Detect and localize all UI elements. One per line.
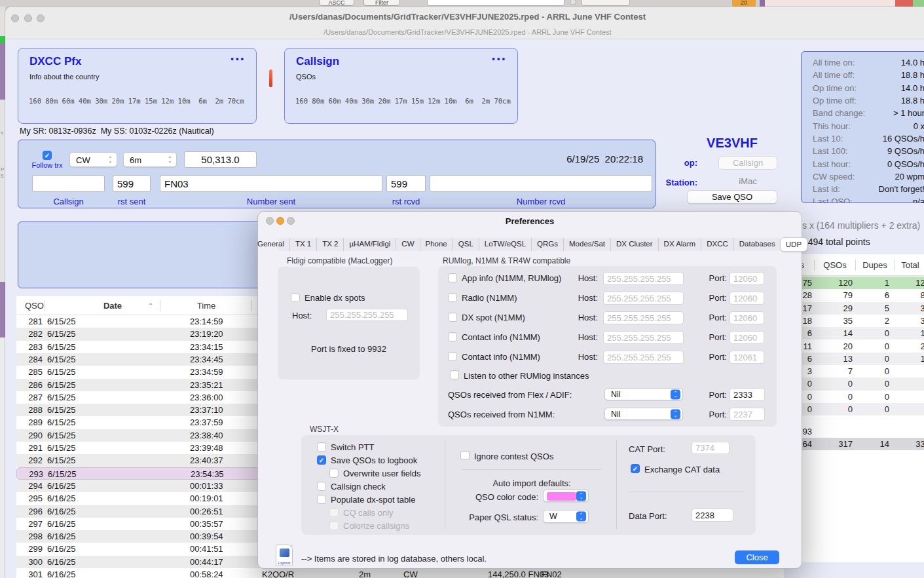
cq-calls-only-checkbox[interactable] — [329, 508, 339, 517]
dx-spot-n1mm-checkbox[interactable] — [448, 313, 457, 322]
rst-sent-input[interactable] — [113, 175, 151, 192]
contact-info-n1mm-checkbox[interactable] — [448, 332, 457, 341]
score-table-row[interactable]: 0000 — [789, 391, 924, 403]
score-table-row[interactable]: 613013 — [789, 353, 924, 365]
score-header-qsos[interactable]: QSOs — [817, 260, 853, 270]
n1mm-qsos-select[interactable]: Nil — [604, 408, 683, 420]
tab-tx-1[interactable]: TX 1 — [289, 238, 316, 251]
callsign-card[interactable]: Callsign ••• QSOs 160 80m 60m 40m 30m 20… — [284, 48, 518, 124]
log-header-time[interactable]: Time — [180, 301, 232, 311]
tab-qsl[interactable]: QSL — [453, 238, 479, 251]
number-sent-input[interactable] — [160, 175, 382, 192]
tab-dxcc[interactable]: DXCC — [701, 238, 733, 251]
score-cell-total: 0 — [894, 403, 924, 415]
tab-ham-fldigi[interactable]: µHAM/Fldigi — [343, 238, 396, 251]
score-table-row[interactable]: 1835237 — [789, 315, 924, 327]
score-cell-qsos: 7 — [815, 365, 853, 377]
host-input[interactable] — [603, 351, 684, 364]
flex-port-input[interactable] — [730, 388, 765, 401]
callsign-input[interactable] — [32, 175, 105, 192]
port-input[interactable] — [730, 331, 764, 344]
tab-modes-sat[interactable]: Modes/Sat — [563, 238, 610, 251]
log-cell-time: 23:54:35 — [191, 468, 224, 480]
radio-n1mm-checkbox[interactable] — [448, 293, 457, 302]
callsign-field-label: Callsign — [32, 197, 105, 206]
tab-phone[interactable]: Phone — [420, 238, 453, 251]
frequency-input[interactable] — [184, 151, 257, 168]
number-rcvd-input[interactable] — [430, 175, 652, 192]
port-input[interactable] — [730, 351, 764, 364]
score-table-row[interactable]: 751201121 — [789, 277, 924, 289]
stat-value: n/a — [913, 197, 924, 203]
host-input[interactable] — [603, 331, 684, 344]
op-field[interactable]: Callsign — [718, 156, 777, 170]
score-table-row[interactable]: 0000 — [789, 377, 924, 390]
port-input[interactable] — [730, 311, 764, 324]
paper-qsl-status-select[interactable]: W — [543, 510, 589, 523]
score-header-total[interactable]: Total — [894, 260, 924, 270]
app-info-n1mm-rumlog-checkbox[interactable] — [448, 273, 457, 282]
tab-lotw-eqsl[interactable]: LoTW/eQSL — [479, 238, 531, 251]
log-header-date[interactable]: Date — [86, 301, 139, 311]
rumlog-row-app-info-n1mm-rumlog-0: App info (N1MM, RUMlog)Host:Port: — [438, 272, 777, 285]
populate-dx-spot-table-checkbox[interactable] — [317, 495, 326, 504]
qso-color-code-select[interactable] — [543, 490, 589, 502]
tab-udp[interactable]: UDP — [780, 237, 807, 252]
port-input[interactable] — [730, 272, 764, 285]
table-row[interactable]: 3016/16/2500:58:24K2QO/R2mCW144,250.0 FN… — [16, 568, 784, 578]
band-select[interactable]: 6m — [123, 152, 177, 167]
log-cell-time: 00:19:01 — [190, 492, 223, 505]
close-button[interactable]: Close — [735, 550, 779, 564]
rst-rcvd-input[interactable] — [386, 175, 426, 192]
cat-port-label: CAT Port: — [629, 444, 665, 454]
host-input[interactable] — [603, 292, 684, 305]
exchange-cat-data-checkbox[interactable] — [631, 464, 640, 473]
score-table-row[interactable]: 3707 — [789, 365, 924, 377]
tab-databases[interactable]: Databases — [733, 238, 781, 251]
tab-qrgs[interactable]: QRGs — [531, 238, 563, 251]
cat-port-input[interactable] — [692, 442, 730, 454]
stat-label: Last 10: — [813, 134, 843, 144]
switch-ptt-checkbox[interactable] — [317, 442, 326, 452]
score-table-row[interactable]: 1120020 — [789, 340, 924, 353]
port-input[interactable] — [730, 292, 764, 305]
follow-trx-checkbox[interactable] — [43, 151, 52, 160]
enable-dx-spots-checkbox[interactable] — [291, 293, 300, 302]
score-table-row[interactable]: 0000 — [789, 403, 924, 415]
tab-dx-cluster[interactable]: DX Cluster — [610, 238, 658, 251]
data-port-input[interactable] — [692, 509, 733, 522]
n1mm-port-input[interactable] — [730, 408, 765, 421]
tab-general[interactable]: General — [252, 238, 289, 251]
contact-info-n1mm-checkbox[interactable] — [448, 352, 457, 361]
score-table-row[interactable]: 1729534 — [789, 302, 924, 315]
save-qsos-to-logbook-checkbox[interactable] — [317, 455, 326, 465]
more-options-icon[interactable]: ••• — [231, 54, 246, 64]
dxcc-card[interactable]: DXCC Pfx ••• Info about the country 160 … — [18, 48, 257, 124]
more-options-icon[interactable]: ••• — [492, 54, 507, 64]
ignore-contest-qsos-checkbox[interactable] — [460, 451, 470, 460]
auto-import-title: Auto import defaults: — [462, 478, 601, 488]
log-cell-time: 23:40:37 — [190, 454, 223, 467]
colorize-callsigns-checkbox[interactable] — [329, 521, 339, 530]
tab-dx-alarm[interactable]: DX Alarm — [658, 238, 701, 251]
host-input[interactable] — [603, 311, 684, 324]
fldigi-host-input[interactable] — [326, 309, 408, 321]
score-table-row[interactable]: 2879685 — [789, 289, 924, 301]
mode-select[interactable]: CW — [69, 152, 117, 167]
tab-tx-2[interactable]: TX 2 — [316, 238, 343, 251]
log-header-qso[interactable]: QSO — [25, 301, 44, 311]
tab-cw[interactable]: CW — [396, 238, 419, 251]
sort-ascending-icon[interactable]: ⌃ — [148, 302, 153, 309]
host-input[interactable] — [603, 272, 684, 285]
score-cell-qsos: 35 — [815, 315, 853, 327]
score-header-dupes[interactable]: Dupes — [857, 260, 893, 270]
overwrite-user-fields-checkbox[interactable] — [329, 469, 339, 478]
screen: ASCC Filter 20 s P 5 s /Users/danas/Docu… — [0, 0, 924, 578]
rate-stats-panel: All time on:14.0 hAll time off:18.8 hOp … — [801, 51, 924, 203]
callsign-check-checkbox[interactable] — [317, 482, 326, 491]
listen-rumlog-checkbox[interactable] — [450, 370, 459, 379]
flex-adif-select[interactable]: Nil — [604, 388, 683, 400]
save-qso-button[interactable]: Save QSO — [687, 190, 777, 204]
score-table-row[interactable]: 614014 — [789, 327, 924, 339]
sunrise-sunset-line: My SR: 0813z-0936z My SS: 0103z-0226z (N… — [20, 126, 214, 136]
